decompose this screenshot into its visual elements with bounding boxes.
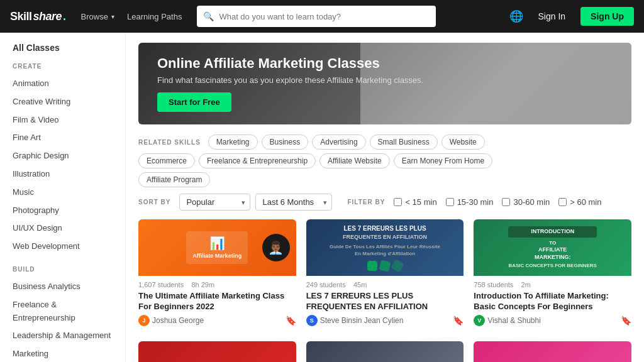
course-card-1-meta: 1,607 students 8h 29m [138,281,296,288]
sign-in-button[interactable]: Sign In [531,8,574,25]
main-nav: Browse ▾ Learning Paths [76,9,187,24]
author-avatar-1: J [138,315,150,326]
sidebar-item-photography[interactable]: Photography [13,202,113,220]
main-layout: All Classes CREATE Animation Creative Wr… [0,33,644,362]
filter-label: FILTER BY [347,199,385,206]
header: Skillshare. Browse ▾ Learning Paths 🔍 🌐 … [0,0,644,33]
filter-15-30[interactable]: 15-30 min [446,197,494,207]
filter-30-60-label: 30-60 min [513,197,550,207]
skill-tag-ecommerce[interactable]: Ecommerce [138,153,195,168]
course-card-6[interactable]: 📱 🔖 [474,341,631,362]
bookmark-icon-2[interactable]: 🔖 [453,315,464,326]
sort-label: SORT BY [138,199,170,206]
author-avatar-3: V [474,315,485,326]
sidebar-item-film-video[interactable]: Film & Video [13,111,113,129]
filter-gt60-label: > 60 min [570,197,601,207]
nav-browse[interactable]: Browse ▾ [76,9,119,24]
nav-learning-paths[interactable]: Learning Paths [122,9,187,24]
filter-30-60-checkbox[interactable] [502,198,510,206]
filter-15-30-checkbox[interactable] [446,198,454,206]
course-card-3-body: 758 students 2m Introduction To Affiliat… [474,276,631,331]
course-card-2-body: 249 students 45m LES 7 ERREURS LES PLUS … [306,276,464,331]
hero-title: Online Affiliate Marketing Classes [157,55,423,72]
sidebar-item-freelance[interactable]: Freelance & Entrepreneurship [13,296,113,327]
skill-tag-earn-money[interactable]: Earn Money From Home [394,153,492,168]
sidebar-item-graphic-design[interactable]: Graphic Design [13,147,113,165]
time-select-wrapper: Last 6 Months Last Month All Time [255,194,332,211]
search-bar: 🔍 [197,6,436,27]
course-card-1-title: The Ultimate Affiliate Marketing Class F… [138,291,296,312]
course-thumbnail-3: INTRODUCTION TO AFFILIATE MARKETING: BAS… [474,219,631,276]
logo[interactable]: Skillshare. [10,10,66,23]
sidebar-item-creative-writing[interactable]: Creative Writing [13,93,113,111]
logo-dot: . [63,10,66,23]
filter-lt15-checkbox[interactable] [394,198,402,206]
bookmark-icon-3[interactable]: 🔖 [621,315,631,326]
course-card-2-title: LES 7 ERREURS LES PLUS FREQUENTES EN AFF… [306,291,464,312]
related-skills-row-3: Affiliate Program [138,172,631,187]
course-card-3-meta: 758 students 2m [474,281,631,288]
sidebar-all-classes[interactable]: All Classes [13,43,113,53]
sidebar-item-animation[interactable]: Animation [13,75,113,93]
sort-group: SORT BY Popular Newest Most Recent Last … [138,194,332,211]
chevron-down-icon: ▾ [111,13,114,20]
course-card-3-title: Introduction To Affiliate Marketing: Bas… [474,291,631,312]
sign-up-button[interactable]: Sign Up [580,7,634,26]
skill-tag-advertising[interactable]: Advertising [312,134,365,150]
course-card-1-body: 1,607 students 8h 29m The Ultimate Affil… [138,276,296,331]
course-card-3[interactable]: INTRODUCTION TO AFFILIATE MARKETING: BAS… [474,219,631,331]
course-card-2-author: S Steve Binsin Jean Cylien 🔖 [306,315,464,326]
course-card-5[interactable]: SETTING-UPAN AFFILIATE 🔖 [306,341,464,362]
globe-icon[interactable]: 🌐 [509,9,523,23]
header-right: 🌐 Sign In Sign Up [509,7,634,26]
content-area: Online Affiliate Marketing Classes Find … [126,33,644,362]
sort-select[interactable]: Popular Newest Most Recent [179,194,250,211]
sidebar-item-leadership[interactable]: Leadership & Management [13,327,113,345]
course-thumbnail-6: 📱 [474,341,631,362]
hero-banner: Online Affiliate Marketing Classes Find … [138,43,631,124]
hero-subtitle: Find what fascinates you as you explore … [157,75,423,85]
filter-checkboxes: < 15 min 15-30 min 30-60 min > 60 min [394,197,601,207]
sidebar-section-create: CREATE [13,63,113,70]
hero-cta-button[interactable]: Start for Free [157,92,231,112]
course-card-2[interactable]: LES 7 ERREURS LES PLUS FREQUENTES EN AFF… [306,219,464,331]
skill-tag-website[interactable]: Website [441,134,485,150]
filter-group: FILTER BY < 15 min 15-30 min 30-60 min >… [347,197,601,207]
sidebar-item-illustration[interactable]: Illustration [13,165,113,184]
sidebar-item-web-dev[interactable]: Web Development [13,238,113,256]
filter-gt60-checkbox[interactable] [558,198,567,206]
skill-tag-small-business[interactable]: Small Business [370,134,438,150]
skill-tag-affiliate-program[interactable]: Affiliate Program [138,172,210,187]
related-skills-label: RELATED SKILLS [138,139,201,146]
related-skills-row: RELATED SKILLS Marketing Business Advert… [138,134,631,150]
course-thumbnail-1: 📊 Affiliate Marketing 👨🏾‍💼 [138,219,296,276]
sidebar-item-fine-art[interactable]: Fine Art [13,129,113,147]
sidebar-item-music[interactable]: Music [13,184,113,202]
course-card-1[interactable]: 📊 Affiliate Marketing 👨🏾‍💼 1,607 student… [138,219,296,331]
logo-share: share [33,10,62,23]
skill-tag-business[interactable]: Business [262,134,309,150]
time-select[interactable]: Last 6 Months Last Month All Time [255,194,332,211]
skill-tag-marketing[interactable]: Marketing [208,134,258,150]
sidebar-item-business-analytics[interactable]: Business Analytics [13,278,113,296]
course-card-3-author: V Vishal & Shubhi 🔖 [474,315,631,326]
sort-select-wrapper: Popular Newest Most Recent [179,194,250,211]
sort-filter-bar: SORT BY Popular Newest Most Recent Last … [138,194,631,211]
filter-30-60[interactable]: 30-60 min [502,197,550,207]
filter-15-30-label: 15-30 min [457,197,494,207]
search-icon: 🔍 [203,11,214,21]
filter-lt15[interactable]: < 15 min [394,197,436,207]
related-skills-row-2: Ecommerce Freelance & Entrepreneurship A… [138,153,631,168]
course-cards-grid: 📊 Affiliate Marketing 👨🏾‍💼 1,607 student… [138,219,631,362]
search-input[interactable] [219,12,430,21]
filter-gt60[interactable]: > 60 min [558,197,601,207]
skill-tag-freelance[interactable]: Freelance & Entrepreneurship [199,153,316,168]
bookmark-icon-1[interactable]: 🔖 [286,315,296,326]
course-card-4[interactable]: 👤 COUPON 🔖 [138,341,296,362]
author-avatar-2: S [306,315,318,326]
sidebar-item-ui-ux[interactable]: UI/UX Design [13,219,113,238]
sidebar-section-build: BUILD [13,266,113,273]
skill-tag-affiliate-website[interactable]: Affiliate Website [319,153,390,168]
sidebar-item-marketing[interactable]: Marketing [13,345,113,362]
logo-text: Skill [10,10,32,23]
